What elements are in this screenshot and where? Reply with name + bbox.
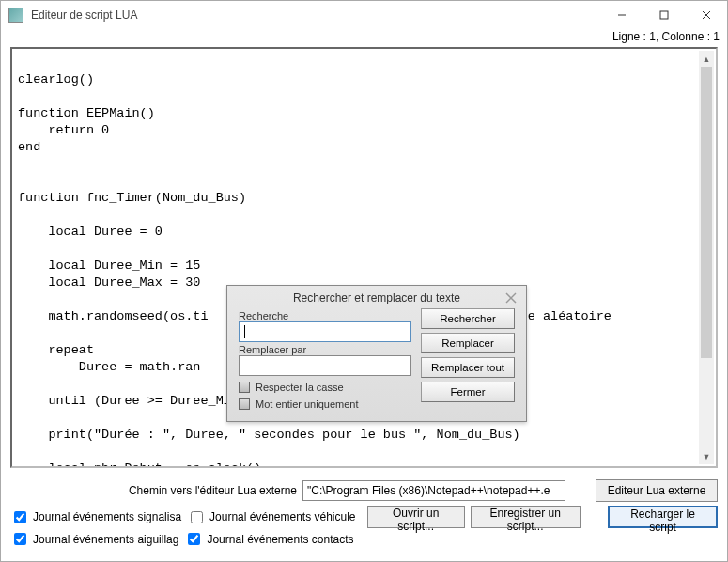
- scroll-down-icon[interactable]: ▼: [699, 448, 714, 464]
- respect-case-label: Respecter la casse: [256, 382, 344, 393]
- titlebar: Editeur de script LUA: [1, 1, 727, 29]
- vertical-scrollbar[interactable]: ▲ ▼: [699, 51, 714, 464]
- find-replace-dialog: Rechercher et remplacer du texte Recherc…: [226, 285, 527, 422]
- bottom-panel: Chemin vers l'éditeur Lua externe Editeu…: [1, 476, 727, 561]
- close-button[interactable]: [685, 1, 727, 29]
- log-signal-checkbox[interactable]: Journal événements signalisa: [10, 508, 181, 526]
- search-label: Recherche: [239, 310, 411, 321]
- app-window: Editeur de script LUA Ligne : 1, Colonne…: [0, 0, 728, 562]
- search-button[interactable]: Rechercher: [421, 308, 515, 329]
- dialog-title-text: Rechercher et remplacer du texte: [293, 291, 460, 304]
- cursor-status: Ligne : 1, Colonne : 1: [1, 29, 727, 43]
- close-dialog-button[interactable]: Fermer: [421, 382, 515, 402]
- checkbox-icon: [239, 382, 250, 393]
- minimize-button[interactable]: [600, 1, 643, 29]
- log-contact-checkbox[interactable]: Journal événements contacts: [184, 530, 353, 548]
- replace-input[interactable]: [239, 355, 411, 376]
- respect-case-checkbox[interactable]: Respecter la casse: [239, 382, 411, 393]
- scroll-up-icon[interactable]: ▲: [699, 51, 714, 67]
- open-script-button[interactable]: Ouvrir un script...: [367, 506, 465, 528]
- log-switch-checkbox[interactable]: Journal événements aiguillag: [10, 530, 178, 548]
- log-vehicle-checkbox[interactable]: Journal événements véhicule: [187, 508, 355, 526]
- checkbox-icon: [239, 398, 250, 410]
- maximize-button[interactable]: [643, 1, 685, 29]
- window-title: Editeur de script LUA: [31, 8, 600, 22]
- svg-rect-1: [660, 11, 668, 19]
- search-input[interactable]: [239, 321, 411, 342]
- editor-panel: clearlog() function EEPMain() return 0 e…: [10, 47, 718, 468]
- whole-word-label: Mot entier uniquement: [256, 398, 358, 410]
- app-icon: [8, 8, 23, 23]
- external-editor-button[interactable]: Editeur Lua externe: [596, 479, 718, 502]
- replace-label: Remplacer par: [239, 344, 411, 355]
- dialog-title: Rechercher et remplacer du texte: [227, 286, 526, 308]
- dialog-close-icon[interactable]: [502, 289, 520, 306]
- whole-word-checkbox[interactable]: Mot entier uniquement: [239, 398, 411, 410]
- replace-button[interactable]: Remplacer: [421, 333, 515, 353]
- replace-all-button[interactable]: Remplacer tout: [421, 357, 515, 378]
- external-path-input[interactable]: [302, 480, 565, 501]
- reload-script-button[interactable]: Recharger le script: [608, 506, 718, 528]
- scroll-thumb[interactable]: [701, 67, 712, 358]
- external-path-label: Chemin vers l'éditeur Lua externe: [129, 484, 297, 497]
- save-script-button[interactable]: Enregistrer un script...: [471, 506, 581, 528]
